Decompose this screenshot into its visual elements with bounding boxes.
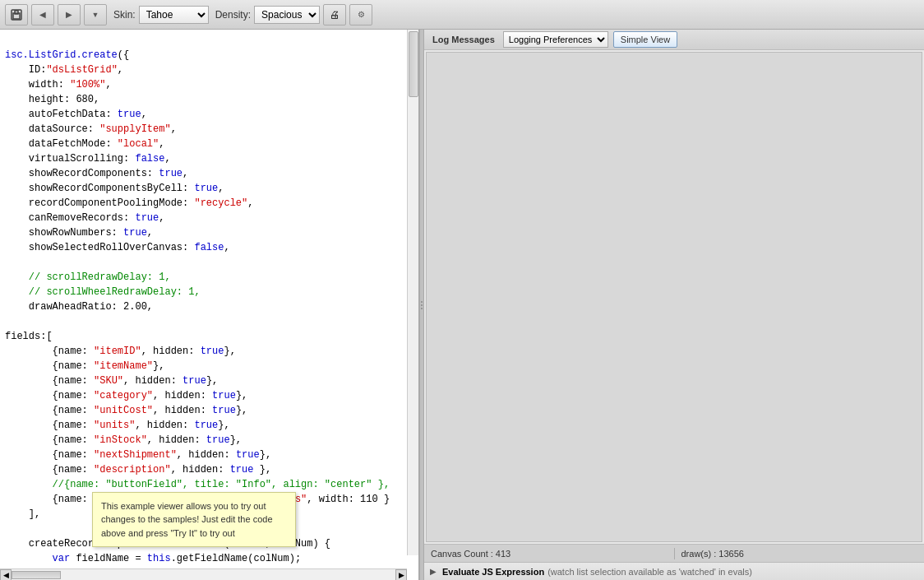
vertical-scrollbar[interactable] <box>407 30 418 555</box>
extra-icon: ⚙ <box>358 10 365 19</box>
log-messages-title: Log Messages <box>429 33 498 46</box>
splitter-handle <box>421 301 423 309</box>
tooltip-text: This example viewer allows you to try ou… <box>101 501 273 538</box>
svg-rect-2 <box>15 11 18 14</box>
scroll-left-btn[interactable]: ◀ <box>0 569 12 581</box>
density-label: Density: <box>215 9 251 21</box>
splitter-dot <box>421 308 423 309</box>
print-icon: 🖨 <box>330 9 340 21</box>
dropdown-button[interactable]: ▼ <box>84 4 107 26</box>
scroll-right-btn[interactable]: ▶ <box>395 569 407 581</box>
code-panel: isc.ListGrid.create({ ID:"dsListGrid", w… <box>0 30 419 580</box>
forward-icon: ▶ <box>66 10 72 19</box>
scrollbar-track <box>12 569 395 580</box>
home-button[interactable] <box>5 4 28 26</box>
draw-count: draw(s) : 13656 <box>681 549 918 559</box>
h-scrollbar-thumb[interactable] <box>12 571 61 579</box>
right-panel: Log Messages Logging Preferences Simple … <box>424 30 924 580</box>
log-header: Log Messages Logging Preferences Simple … <box>424 30 924 50</box>
print-button[interactable]: 🖨 <box>323 4 346 26</box>
splitter-dot <box>421 301 423 303</box>
canvas-count: Canvas Count : 413 <box>431 549 668 559</box>
simple-view-button[interactable]: Simple View <box>613 31 677 48</box>
splitter-dot <box>421 304 423 306</box>
logging-preferences-select[interactable]: Logging Preferences <box>503 31 608 48</box>
canvas-area <box>426 52 922 542</box>
skin-select[interactable]: Tahoe Enterprise Graphite Simplicity <box>139 6 209 24</box>
status-bar: Canvas Count : 413 draw(s) : 13656 <box>424 544 924 562</box>
js-expression-hint: (watch list selection available as 'watc… <box>547 567 752 577</box>
forward-button[interactable]: ▶ <box>58 4 81 26</box>
extra-button[interactable]: ⚙ <box>349 4 372 26</box>
skin-label: Skin: <box>113 9 136 21</box>
js-expand-button[interactable]: ▶ <box>427 566 439 578</box>
back-button[interactable]: ◀ <box>31 4 54 26</box>
js-expression-bar: ▶ Evaluate JS Expression (watch list sel… <box>424 562 924 580</box>
main-area: isc.ListGrid.create({ ID:"dsListGrid", w… <box>0 30 924 580</box>
density-select[interactable]: Spacious Medium Compact <box>254 6 320 24</box>
dropdown-icon: ▼ <box>92 11 99 19</box>
back-icon: ◀ <box>39 10 46 19</box>
scrollbar-thumb[interactable] <box>409 31 418 97</box>
js-expression-label: Evaluate JS Expression <box>442 567 544 577</box>
horizontal-scrollbar[interactable]: ◀ ▶ <box>0 568 407 580</box>
toolbar: ◀ ▶ ▼ Skin: Tahoe Enterprise Graphite Si… <box>0 0 924 30</box>
tooltip: This example viewer allows you to try ou… <box>92 492 296 548</box>
status-divider <box>674 548 675 559</box>
